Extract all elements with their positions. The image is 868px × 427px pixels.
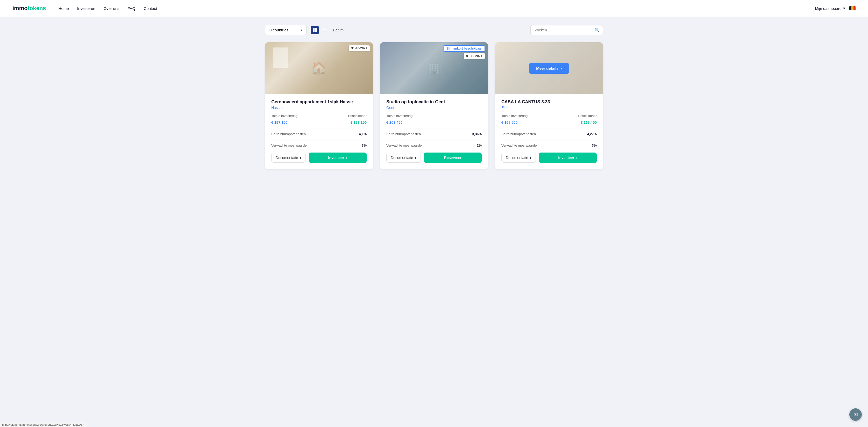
documentatie-button-3[interactable]: Documentatie ▾ bbox=[501, 153, 536, 163]
sort-arrow-icon: ↓ bbox=[345, 28, 347, 32]
investeer-label-3: Investeer bbox=[558, 155, 574, 160]
chevron-down-icon: ▾ bbox=[843, 6, 845, 11]
nav-contact[interactable]: Contact bbox=[144, 6, 157, 11]
site-header: immotokens Home Investeren Over ons FAQ … bbox=[0, 0, 868, 17]
meerwaarde-value-1: 3% bbox=[362, 143, 367, 147]
stat-divider-1b bbox=[271, 140, 367, 140]
grid-view-button[interactable] bbox=[311, 26, 319, 34]
documentatie-label-2: Documentatie bbox=[391, 155, 413, 160]
bruto-label-1: Bruto huuropbrengsten bbox=[271, 132, 306, 136]
property-card-1: 31-10-2021 Gerenoveerd appartement 1slpk… bbox=[265, 42, 373, 169]
logo[interactable]: immotokens bbox=[12, 5, 46, 12]
meerwaarde-label-2: Verwachte meerwaarde bbox=[386, 143, 422, 147]
filter-left: 0 countries ▾ Datum ↓ bbox=[265, 25, 347, 35]
bruto-value-1: 4,1% bbox=[359, 132, 367, 136]
stat-divider-3a bbox=[501, 128, 597, 129]
card-actions-2: Documentatie ▾ Reserveer bbox=[386, 152, 482, 163]
stat-label-row-2: Totale investering bbox=[386, 114, 482, 118]
documentatie-label-1: Documentatie bbox=[276, 155, 298, 160]
stat-label-row-3: Totale investering Beschikbaar bbox=[501, 114, 597, 118]
card-body-3: CASA LA CANTUS 3.33 Elsene Totale invest… bbox=[495, 94, 603, 169]
documentatie-button-2[interactable]: Documentatie ▾ bbox=[386, 153, 421, 163]
main-content: 0 countries ▾ Datum ↓ bbox=[253, 17, 615, 177]
status-url: https://platform.immotokens.be/property/… bbox=[2, 423, 84, 426]
status-bar: https://platform.immotokens.be/property/… bbox=[0, 422, 86, 427]
bruto-row-3: Bruto huuropbrengsten 4,27% bbox=[501, 132, 597, 136]
nav-investeren[interactable]: Investeren bbox=[77, 6, 95, 11]
grid-icon bbox=[313, 28, 317, 32]
totale-investering-value-3: € 168.500 bbox=[501, 120, 518, 124]
search-box: 🔍 bbox=[530, 25, 603, 35]
totale-investering-value-2: € 209.450 bbox=[386, 120, 402, 124]
nav-over-ons[interactable]: Over ons bbox=[104, 6, 119, 11]
property-card-2: Binnenkort beschikbaar 01-10-2021 Studio… bbox=[380, 42, 488, 169]
list-view-button[interactable] bbox=[320, 26, 329, 34]
property-card-3: Meer details › CASA LA CANTUS 3.33 Elsen… bbox=[495, 42, 603, 169]
filter-bar: 0 countries ▾ Datum ↓ bbox=[265, 25, 603, 35]
documentatie-chevron-icon-1: ▾ bbox=[300, 155, 301, 160]
card-stats-3: Totale investering Beschikbaar € 168.500… bbox=[501, 114, 597, 147]
totale-investering-label-1: Totale investering bbox=[271, 114, 298, 118]
flag-red bbox=[854, 6, 856, 10]
stat-label-row-1: Totale investering Beschikbaar bbox=[271, 114, 367, 118]
nav-faq[interactable]: FAQ bbox=[128, 6, 135, 11]
reserveer-button-2[interactable]: Reserveer bbox=[424, 152, 482, 163]
documentatie-chevron-icon-2: ▾ bbox=[414, 155, 416, 160]
card-stats-2: Totale investering € 209.450 Bruto huuro… bbox=[386, 114, 482, 147]
stat-amount-row-1: € 187.150 € 187.150 bbox=[271, 120, 367, 124]
card-image-3: Meer details › bbox=[495, 42, 603, 94]
card-location-3: Elsene bbox=[501, 106, 597, 110]
investeer-button-3[interactable]: Investeer › bbox=[539, 152, 597, 163]
countries-label: 0 countries bbox=[270, 28, 288, 32]
card-location-2: Gent bbox=[386, 106, 482, 110]
coming-soon-badge-2: Binnenkort beschikbaar bbox=[443, 46, 485, 52]
flag-icon[interactable] bbox=[849, 6, 856, 10]
bruto-row-1: Bruto huuropbrengsten 4,1% bbox=[271, 132, 367, 136]
investeer-button-1[interactable]: Investeer › bbox=[309, 152, 367, 163]
totale-investering-value-1: € 187.150 bbox=[271, 120, 287, 124]
card-title-1: Gerenoveerd appartement 1slpk Hasse bbox=[271, 99, 367, 105]
beschikbaar-label-1: Beschikbaar bbox=[348, 114, 367, 118]
documentatie-chevron-icon-3: ▾ bbox=[530, 155, 531, 160]
card-body-2: Studio op toplocatie in Gent Gent Totale… bbox=[380, 94, 488, 169]
totale-investering-label-2: Totale investering bbox=[386, 114, 412, 118]
stat-divider-1a bbox=[271, 128, 367, 129]
main-nav: Home Investeren Over ons FAQ Contact bbox=[59, 6, 815, 11]
search-input[interactable] bbox=[530, 25, 603, 35]
meer-details-button[interactable]: Meer details › bbox=[529, 63, 569, 74]
beschikbaar-label-3: Beschikbaar bbox=[578, 114, 597, 118]
card-location-1: Hasselt bbox=[271, 106, 367, 110]
documentatie-button-1[interactable]: Documentatie ▾ bbox=[271, 153, 306, 163]
bruto-value-3: 4,27% bbox=[587, 132, 597, 136]
stat-divider-2a bbox=[386, 128, 482, 129]
beschikbaar-value-1: € 187.150 bbox=[350, 120, 367, 124]
meerwaarde-row-3: Verwachte meerwaarde 3% bbox=[501, 143, 597, 147]
card-stats-1: Totale investering Beschikbaar € 187.150… bbox=[271, 114, 367, 147]
card-title-2: Studio op toplocatie in Gent bbox=[386, 99, 482, 105]
sort-button[interactable]: Datum ↓ bbox=[333, 28, 347, 32]
meerwaarde-value-3: 3% bbox=[592, 143, 597, 147]
countries-dropdown[interactable]: 0 countries ▾ bbox=[265, 25, 307, 35]
countries-chevron-icon: ▾ bbox=[301, 28, 302, 32]
stat-divider-2b bbox=[386, 140, 482, 140]
nav-home[interactable]: Home bbox=[59, 6, 69, 11]
bruto-label-2: Bruto huuropbrengsten bbox=[386, 132, 421, 136]
investeer-arrow-icon-1: › bbox=[346, 155, 347, 160]
chat-icon: ✉ bbox=[854, 411, 858, 418]
logo-immo: immo bbox=[12, 5, 28, 11]
meerwaarde-label-1: Verwachte meerwaarde bbox=[271, 143, 307, 147]
reserveer-label-2: Reserveer bbox=[444, 155, 462, 160]
chat-button[interactable]: ✉ bbox=[849, 408, 862, 421]
flag-yellow bbox=[851, 6, 854, 10]
beschikbaar-value-3: € 168.450 bbox=[581, 120, 597, 124]
logo-tokens: tokens bbox=[28, 5, 46, 11]
dashboard-menu[interactable]: Mijn dashboard ▾ bbox=[815, 6, 845, 11]
card-body-1: Gerenoveerd appartement 1slpk Hasse Hass… bbox=[265, 94, 373, 169]
meer-details-label: Meer details bbox=[536, 66, 559, 70]
meerwaarde-row-2: Verwachte meerwaarde 2% bbox=[386, 143, 482, 147]
meerwaarde-row-1: Verwachte meerwaarde 3% bbox=[271, 143, 367, 147]
stat-divider-3b bbox=[501, 140, 597, 140]
meerwaarde-label-3: Verwachte meerwaarde bbox=[501, 143, 537, 147]
header-right: Mijn dashboard ▾ bbox=[815, 6, 856, 11]
card-date-badge-2: 01-10-2021 bbox=[464, 53, 485, 59]
